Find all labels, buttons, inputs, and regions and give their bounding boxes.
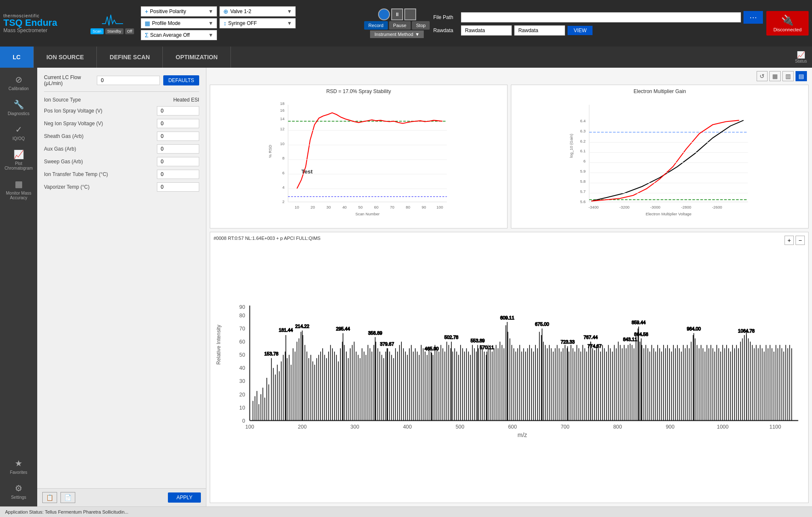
copy-button[interactable]: 📋	[42, 492, 57, 503]
left-panel: Current LC Flow (μL/min) DEFAULTS Ion So…	[37, 68, 206, 506]
sidebar-item-diagnostics[interactable]: 🔧 Diagnostics	[0, 96, 37, 119]
zoom-in-button[interactable]: +	[785, 236, 794, 245]
paste-button[interactable]: 📄	[60, 492, 75, 503]
param-label-ion-source: Ion Source Type	[44, 97, 173, 103]
param-row-sweep-gas: Sweep Gas (Arb)	[44, 157, 199, 166]
svg-text:Scan Number: Scan Number	[355, 212, 379, 216]
pause-button[interactable]: Pause	[389, 21, 411, 30]
spray-stability-title: RSD = 17.0% Spray Stability	[214, 88, 504, 94]
param-label-aux-gas: Aux Gas (Arb)	[44, 146, 157, 152]
rawdata-input-1[interactable]	[461, 25, 512, 36]
syringe-dropdown[interactable]: ↕ Syringe OFF ▼	[219, 18, 296, 28]
sidebar-item-plot-chromatogram[interactable]: 📈 Plot Chromatogram	[0, 146, 37, 174]
svg-text:40: 40	[239, 365, 245, 371]
disconnect-button[interactable]: 🔌 Disconnected	[766, 11, 809, 36]
sidebar-spacer	[0, 205, 37, 453]
product-subtitle: Mass Spectrometer	[3, 28, 84, 33]
status-wave-icon: 📈	[797, 51, 805, 59]
rawdata-input-2[interactable]	[514, 25, 565, 36]
tab-lc[interactable]: LC	[0, 47, 34, 68]
param-input-pos-voltage[interactable]	[157, 106, 199, 116]
param-row-transfer-temp: Ion Transfer Tube Temp (°C)	[44, 170, 199, 179]
sidebar-item-calibration[interactable]: ⊘ Calibration	[0, 71, 37, 94]
svg-text:40: 40	[342, 205, 346, 209]
spectrum-bars: 181.44 153.78 214.22 295.44 356.89 379.6	[253, 315, 792, 421]
view-double-button[interactable]: ▥	[782, 71, 794, 81]
svg-text:6.2: 6.2	[580, 139, 586, 143]
svg-text:964.00: 964.00	[687, 326, 701, 331]
svg-text:16: 16	[280, 108, 284, 113]
chevron-down-icon: ▼	[208, 8, 214, 14]
svg-text:70: 70	[239, 326, 245, 332]
sidebar-label-plot: Plot Chromatogram	[2, 161, 36, 170]
param-input-neg-voltage[interactable]	[157, 119, 199, 128]
sidebar-item-iqoq[interactable]: ✓ IQ/OQ	[0, 121, 37, 144]
svg-text:859.44: 859.44	[631, 320, 645, 325]
param-input-sheath-gas[interactable]	[157, 132, 199, 141]
defaults-button[interactable]: DEFAULTS	[163, 75, 199, 85]
instrument-method-button[interactable]: Instrument Method ▼	[370, 30, 424, 38]
svg-text:214.22: 214.22	[295, 324, 309, 329]
off-button[interactable]: Off	[125, 28, 134, 34]
param-label-pos-voltage: Pos Ion Spray Voltage (V)	[44, 108, 157, 114]
standby-button[interactable]: Standby	[105, 28, 123, 34]
param-input-aux-gas[interactable]	[157, 144, 199, 154]
view-quad-button[interactable]: ▤	[796, 71, 807, 81]
electron-multiplier-svg: 5.6 5.7 5.8 5.9 6 6.1 6.2 6.3 6.4 -3400 …	[515, 96, 805, 220]
plot-icon: 📈	[14, 149, 24, 160]
sidebar-item-settings[interactable]: ⚙ Settings	[0, 480, 37, 503]
sidebar-item-favorites[interactable]: ★ Favorites	[0, 455, 37, 478]
chevron-down-icon: ▼	[287, 8, 292, 14]
status-tab[interactable]: 📈 Status	[790, 47, 812, 68]
refresh-button[interactable]: ↺	[757, 71, 768, 81]
svg-text:843.11: 843.11	[623, 337, 637, 342]
record-button[interactable]: Record	[364, 21, 387, 30]
svg-text:5.9: 5.9	[580, 169, 586, 173]
profile-dropdown[interactable]: ▦ Profile Mode ▼	[141, 18, 217, 28]
apply-button[interactable]: APPLY	[168, 492, 201, 503]
plug-icon: 🔌	[781, 14, 794, 26]
param-row-ion-source-type: Ion Source Type Heated ESI	[44, 97, 199, 103]
svg-text:200: 200	[298, 424, 307, 430]
view-button[interactable]: VIEW	[568, 26, 593, 35]
status-label: Status	[795, 59, 807, 63]
favorites-icon: ★	[15, 458, 22, 468]
param-label-sheath-gas: Sheath Gas (Arb)	[44, 133, 157, 139]
toolbar-row-2: ▦ Profile Mode ▼ ↕ Syringe OFF ▼	[141, 18, 361, 28]
svg-text:90: 90	[422, 205, 426, 209]
svg-text:14: 14	[280, 117, 284, 121]
param-input-vaporizer-temp[interactable]	[157, 182, 199, 192]
param-input-sweep-gas[interactable]	[157, 157, 199, 166]
param-input-transfer-temp[interactable]	[157, 170, 199, 179]
rawdata-label: Rawdata	[433, 28, 458, 33]
tab-define-scan[interactable]: DEFINE SCAN	[97, 47, 163, 68]
view-controls: ↺ ▦ ▥ ▤	[210, 71, 809, 81]
main-content: ⊘ Calibration 🔧 Diagnostics ✓ IQ/OQ 📈 Pl…	[0, 68, 812, 506]
scan-button[interactable]: Scan	[91, 28, 104, 34]
svg-text:356.89: 356.89	[368, 330, 382, 336]
pause-indicator: ⏸	[391, 8, 403, 20]
svg-text:5.8: 5.8	[580, 179, 586, 184]
scan-average-dropdown[interactable]: Σ Scan Average Off ▼	[141, 30, 217, 40]
zoom-out-button[interactable]: −	[796, 236, 805, 245]
svg-text:723.33: 723.33	[561, 339, 575, 344]
tab-optimization[interactable]: OPTIMIZATION	[163, 47, 230, 68]
polarity-dropdown[interactable]: + Positive Polarity ▼	[141, 6, 217, 16]
record-indicator	[378, 8, 390, 20]
svg-text:4: 4	[283, 185, 285, 190]
file-browse-button[interactable]: ⋯	[743, 11, 763, 24]
svg-text:500: 500	[455, 424, 464, 430]
sidebar-item-monitor-mass[interactable]: ▦ Monitor Mass Accuracy	[0, 176, 37, 204]
lc-flow-input[interactable]	[97, 76, 159, 85]
svg-text:2: 2	[283, 200, 285, 204]
param-row-sheath-gas: Sheath Gas (Arb)	[44, 132, 199, 141]
view-single-button[interactable]: ▦	[769, 71, 781, 81]
syringe-label: Syringe OFF	[228, 20, 257, 26]
tab-ion-source[interactable]: ION SOURCE	[34, 47, 97, 68]
file-path-area: File Path ⋯ Rawdata VIEW	[433, 11, 763, 36]
toolbar-row-1: + Positive Polarity ▼ ⊕ Valve 1-2 ▼	[141, 6, 361, 16]
svg-text:6: 6	[283, 171, 285, 175]
stop-button[interactable]: Stop	[412, 21, 430, 30]
valve-dropdown[interactable]: ⊕ Valve 1-2 ▼	[219, 6, 296, 16]
file-path-input[interactable]	[461, 12, 741, 22]
